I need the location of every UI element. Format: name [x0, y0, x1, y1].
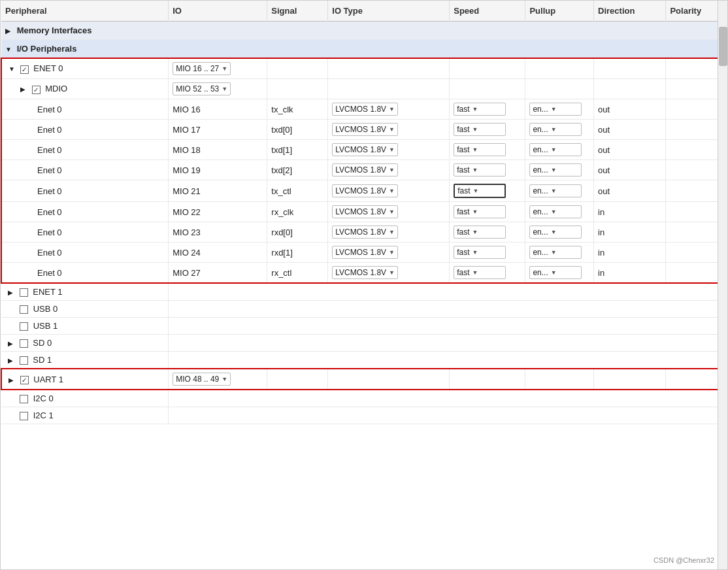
enet0-speed-dropdown[interactable]: fast▼ [454, 123, 506, 136]
enet0-io-cell: MIO 16 .. 27 ▼ [169, 58, 267, 79]
enet0-row-peripheral: Enet 0 [1, 140, 169, 160]
expand-sd1-icon[interactable]: ▶ [8, 357, 16, 365]
mdio-checkbox[interactable]: ✓ [32, 86, 41, 94]
enet0-row-signal: txd[1] [267, 140, 328, 160]
enet0-pullup-dropdown[interactable]: en...▼ [529, 246, 582, 259]
pullup-arrow: ▼ [551, 209, 557, 215]
enet0-data-row: Enet 0 MIO 18 txd[1] LVCMOS 1.8V▼ fast▼ … [1, 140, 727, 160]
pullup-arrow: ▼ [551, 229, 557, 235]
enet0-iotype-dropdown[interactable]: LVCMOS 1.8V▼ [332, 103, 398, 116]
enet0-iotype-dropdown[interactable]: LVCMOS 1.8V▼ [332, 184, 398, 197]
enet0-row-pullup: en...▼ [525, 243, 594, 263]
enet0-checkbox[interactable]: ✓ [20, 65, 29, 74]
enet0-speed-dropdown[interactable]: fast▼ [454, 184, 506, 198]
enet0-row-direction: out [594, 120, 666, 140]
sd1-checkbox[interactable] [20, 356, 28, 365]
enet0-iotype-cell [328, 58, 450, 79]
iotype-arrow: ▼ [389, 167, 395, 173]
enet0-iotype-dropdown[interactable]: LVCMOS 1.8V▼ [332, 226, 398, 239]
enet1-peripheral-cell: ▶ ENET 1 [1, 283, 169, 301]
i2c0-label: I2C 0 [33, 394, 54, 403]
expand-io-icon[interactable]: ▼ [5, 46, 13, 54]
enet1-checkbox[interactable] [20, 288, 28, 297]
enet0-iotype-dropdown[interactable]: LVCMOS 1.8V▼ [332, 143, 398, 156]
enet0-pullup-dropdown[interactable]: en...▼ [529, 123, 582, 136]
usb0-checkbox[interactable] [20, 305, 28, 314]
enet0-speed-dropdown[interactable]: fast▼ [454, 163, 506, 176]
expand-enet1-icon[interactable]: ▶ [8, 289, 16, 297]
col-header-io: IO [169, 1, 267, 22]
memory-interfaces-label: Memory Interfaces [17, 25, 92, 35]
enet0-row-direction: in [594, 263, 666, 284]
mdio-row: ▶ ✓ MDIO MIO 52 .. 53 ▼ [1, 79, 727, 99]
enet0-row-speed: fast▼ [450, 140, 525, 160]
enet0-speed-dropdown[interactable]: fast▼ [454, 103, 506, 116]
sd0-checkbox[interactable] [20, 339, 28, 348]
iotype-arrow: ▼ [389, 269, 395, 276]
uart1-io-dropdown[interactable]: MIO 48 .. 49 ▼ [173, 373, 231, 386]
enet0-speed-cell [450, 58, 525, 79]
pullup-arrow: ▼ [551, 146, 557, 153]
enet0-row-speed: fast▼ [450, 243, 525, 263]
enet1-row: ▶ ENET 1 [1, 283, 727, 301]
enet0-pullup-dropdown[interactable]: en...▼ [529, 266, 582, 279]
enet0-row-speed: fast▼ [450, 202, 525, 222]
enet0-row-iotype: LVCMOS 1.8V▼ [328, 99, 450, 120]
uart1-checkbox[interactable]: ✓ [20, 376, 29, 384]
expand-sd0-icon[interactable]: ▶ [8, 340, 16, 348]
enet0-pullup-dropdown[interactable]: en...▼ [529, 205, 582, 218]
memory-interfaces-row: ▶ Memory Interfaces [1, 22, 727, 40]
expand-enet0-icon[interactable]: ▼ [8, 65, 16, 73]
expand-mdio-icon[interactable]: ▶ [20, 86, 28, 93]
enet0-pullup-dropdown[interactable]: en...▼ [529, 226, 582, 239]
scrollbar[interactable] [718, 1, 727, 569]
i2c0-peripheral-cell: I2C 0 [1, 390, 169, 407]
expand-memory-icon[interactable]: ▶ [5, 27, 13, 35]
pullup-arrow: ▼ [551, 188, 557, 194]
enet0-row-peripheral: Enet 0 [1, 222, 169, 243]
enet0-row-io: MIO 24 [169, 243, 267, 263]
scrollbar-thumb[interactable] [719, 27, 727, 66]
enet0-data-row: Enet 0 MIO 23 rxd[0] LVCMOS 1.8V▼ fast▼ … [1, 222, 727, 243]
enet0-row-pullup: en...▼ [525, 180, 594, 202]
enet0-speed-dropdown[interactable]: fast▼ [454, 266, 506, 279]
enet0-speed-dropdown[interactable]: fast▼ [454, 226, 506, 239]
mdio-io-cell: MIO 52 .. 53 ▼ [169, 79, 267, 99]
enet0-iotype-dropdown[interactable]: LVCMOS 1.8V▼ [332, 205, 398, 218]
sd0-peripheral-cell: ▶ SD 0 [1, 335, 169, 352]
enet0-row-iotype: LVCMOS 1.8V▼ [328, 180, 450, 202]
i2c1-checkbox[interactable] [20, 412, 28, 420]
uart1-row: ▶ ✓ UART 1 MIO 48 .. 49 ▼ [1, 369, 727, 390]
enet0-iotype-dropdown[interactable]: LVCMOS 1.8V▼ [332, 163, 398, 176]
col-header-pullup: Pullup [525, 1, 594, 22]
enet0-speed-dropdown[interactable]: fast▼ [454, 205, 506, 218]
enet1-label: ENET 1 [33, 287, 62, 297]
enet0-iotype-dropdown[interactable]: LVCMOS 1.8V▼ [332, 123, 398, 136]
enet0-row-speed: fast▼ [450, 120, 525, 140]
iotype-arrow: ▼ [389, 209, 395, 215]
i2c0-checkbox[interactable] [20, 395, 28, 403]
enet0-pullup-dropdown[interactable]: en...▼ [529, 143, 582, 156]
enet0-iotype-dropdown[interactable]: LVCMOS 1.8V▼ [332, 266, 398, 279]
enet0-label: ENET 0 [33, 63, 63, 73]
enet0-speed-dropdown[interactable]: fast▼ [454, 143, 506, 156]
enet0-iotype-dropdown[interactable]: LVCMOS 1.8V▼ [332, 246, 398, 259]
enet0-row-io: MIO 21 [169, 180, 267, 202]
enet0-pullup-dropdown[interactable]: en...▼ [529, 184, 582, 197]
expand-uart1-icon[interactable]: ▶ [8, 377, 16, 384]
pullup-arrow: ▼ [551, 249, 557, 256]
mdio-io-dropdown[interactable]: MIO 52 .. 53 ▼ [173, 82, 231, 95]
enet0-speed-dropdown[interactable]: fast▼ [454, 246, 506, 259]
mdio-io-arrow: ▼ [222, 86, 227, 92]
enet0-io-dropdown[interactable]: MIO 16 .. 27 ▼ [173, 62, 231, 75]
enet0-row-pullup: en...▼ [525, 160, 594, 180]
enet0-pullup-dropdown[interactable]: en...▼ [529, 103, 582, 116]
enet0-row-pullup: en...▼ [525, 99, 594, 120]
enet0-row-speed: fast▼ [450, 160, 525, 180]
enet0-header-row: ▼ ✓ ENET 0 MIO 16 .. 27 ▼ [1, 58, 727, 79]
enet0-row-peripheral: Enet 0 [1, 99, 169, 120]
usb1-checkbox[interactable] [20, 322, 28, 331]
i2c1-peripheral-cell: I2C 1 [1, 407, 169, 424]
enet0-pullup-dropdown[interactable]: en...▼ [529, 163, 582, 176]
enet0-row-speed: fast▼ [450, 263, 525, 284]
